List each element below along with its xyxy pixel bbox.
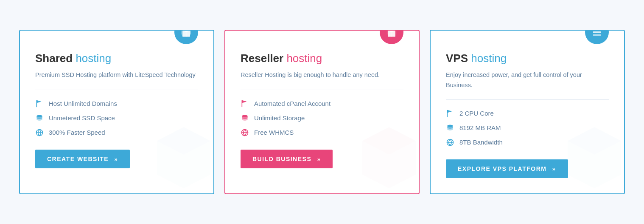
feature-text: 8192 MB RAM (459, 124, 501, 131)
feature-item: 300% Faster Speed (35, 128, 198, 137)
vps-card: VPS hosting Enjoy increased power, and g… (430, 30, 625, 194)
card-title: VPS hosting (446, 52, 609, 65)
feature-text: Unmetered SSD Space (49, 114, 115, 122)
card-description: Premium SSD Hosting platform with LiteSp… (35, 70, 198, 80)
flag-icon (35, 99, 44, 108)
shared-cta-button[interactable]: CREATE WEBSITE » (35, 150, 130, 168)
hosting-cards: Shared hosting Premium SSD Hosting platf… (12, 30, 632, 194)
feature-item: Host Unlimited Domains (35, 99, 198, 108)
svg-rect-16 (593, 34, 601, 36)
feature-item: 8192 MB RAM (446, 124, 609, 132)
reseller-cta-button[interactable]: BUILD BUSINESS » (241, 150, 333, 168)
feature-text: 2 CPU Core (459, 110, 494, 117)
feature-item: Automated cPanel Account (241, 99, 403, 108)
flag-icon (241, 99, 249, 108)
reseller-card: Reseller hosting Reseller Hosting is big… (224, 30, 420, 194)
card-icon (174, 30, 198, 44)
feature-item: Unlimited Storage (241, 114, 403, 122)
card-icon (380, 30, 403, 44)
feature-text: 300% Faster Speed (49, 129, 105, 136)
database-icon (241, 114, 249, 122)
feature-text: Host Unlimited Domains (49, 100, 117, 107)
chevrons-icon: » (317, 156, 321, 162)
feature-item: 8TB Bandwidth (446, 138, 609, 147)
chevrons-icon: » (552, 166, 556, 172)
globe-icon (35, 128, 44, 137)
database-icon (446, 124, 454, 132)
globe-icon (446, 138, 454, 147)
divider (35, 90, 198, 90)
card-icon (585, 30, 609, 44)
feature-item: 2 CPU Core (446, 109, 609, 118)
feature-list: Automated cPanel Account Unlimited Stora… (241, 99, 403, 137)
feature-list: 2 CPU Core 8192 MB RAM 8TB Bandwidth (446, 109, 609, 147)
feature-item: Unmetered SSD Space (35, 114, 198, 122)
feature-text: 8TB Bandwidth (459, 139, 503, 146)
feature-list: Host Unlimited Domains Unmetered SSD Spa… (35, 99, 198, 137)
card-description: Enjoy increased power, and get full cont… (446, 70, 609, 90)
divider (241, 90, 403, 90)
svg-rect-15 (593, 31, 601, 33)
card-title: Reseller hosting (241, 52, 403, 65)
feature-text: Free WHMCS (254, 129, 294, 136)
vps-cta-button[interactable]: EXPLORE VPS PLATFORM » (446, 159, 568, 178)
card-title: Shared hosting (35, 52, 198, 65)
svg-rect-14 (593, 30, 601, 30)
card-description: Reseller Hosting is big enough to handle… (241, 70, 403, 80)
flag-icon (446, 109, 454, 118)
feature-text: Automated cPanel Account (254, 100, 330, 107)
chevrons-icon: » (115, 156, 118, 162)
globe-icon (241, 128, 249, 137)
database-icon (35, 114, 44, 122)
feature-item: Free WHMCS (241, 128, 403, 137)
shared-card: Shared hosting Premium SSD Hosting platf… (19, 30, 214, 194)
feature-text: Unlimited Storage (254, 114, 305, 122)
divider (446, 99, 609, 100)
